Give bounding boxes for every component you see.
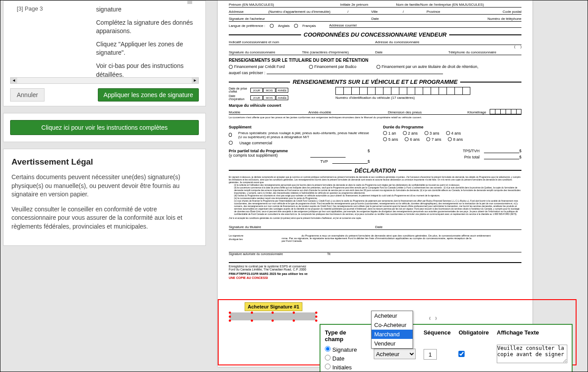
- doc-text: Ford du Canada Limitée, The Canadian Roa…: [229, 268, 521, 271]
- dropdown-item-marchand[interactable]: Marchand: [372, 330, 413, 339]
- field-label: Addresse courriel: [329, 23, 521, 28]
- radio-icon: [403, 131, 407, 135]
- radio-signature[interactable]: Signature: [325, 346, 366, 353]
- option-label: Usage commercial: [239, 141, 272, 145]
- date-cell: JOUR: [250, 88, 263, 93]
- field-label: Indicatif concessionnaire et nom: [229, 40, 375, 44]
- display-text-textarea[interactable]: Veuillez consulter la copie avant de sig…: [497, 345, 567, 363]
- radio-icon: [294, 24, 298, 28]
- section-title: DÉCLARATION: [352, 167, 398, 174]
- radio-icon: [426, 137, 430, 141]
- radio-icon: [446, 131, 450, 135]
- horizontal-scrollbar[interactable]: ◄ ►: [10, 77, 199, 84]
- instructions-block: signature Complétez la signature des don…: [96, 5, 199, 79]
- date-cell: JOUR: [250, 95, 263, 100]
- field-label: Province: [427, 10, 474, 14]
- legal-warning-box: Avertissement Légal Certains documents p…: [3, 149, 206, 246]
- section-title: RENSEIGNEMENTS SUR LE VÉHICULE ET LE PRO…: [290, 79, 460, 85]
- apply-signature-zones-button[interactable]: Appliquer les zones de signature: [98, 88, 199, 101]
- date-cell: MOIS: [263, 88, 275, 93]
- date-cell: ANNÉE: [276, 88, 288, 93]
- sub-header: Supplément: [229, 125, 370, 129]
- radio-icon: [383, 137, 387, 141]
- km-grid: [490, 109, 521, 114]
- vin-grid: [335, 87, 470, 95]
- option-label: Financement par un autre titulaire de dr…: [382, 64, 479, 69]
- scroll-left-icon[interactable]: ◄: [11, 78, 17, 83]
- signature-tooltip: Acheteur Signature #1: [245, 302, 302, 311]
- radio-icon: [376, 65, 380, 69]
- doc-text: FRM-FTRPP23-01FR MARS 2023 Ne pas utilis…: [229, 272, 308, 275]
- field-label: Numéro de téléphone: [424, 17, 521, 21]
- field-label: Date: [375, 225, 521, 229]
- radio-icon: [229, 133, 232, 137]
- dropdown-item-acheteur[interactable]: Acheteur: [372, 311, 413, 320]
- instr-line: Cliquez "Appliquer les zones de signatur…: [96, 40, 199, 57]
- legal-paragraph: Certains documents peuvent nécessiter un…: [11, 173, 197, 199]
- scrollbar-thumb[interactable]: [187, 0, 192, 4]
- declaration-body: En signant ci-dessous, je déclare compre…: [229, 176, 521, 219]
- field-label: Langue de préférence :: [229, 24, 265, 28]
- instr-line: Voir ci-bas pour des instructions détail…: [96, 62, 199, 79]
- field-label: Signature autorisée du concessionnaire: [229, 252, 283, 256]
- radio-icon: [405, 137, 409, 141]
- field-label: Ville: [371, 10, 403, 14]
- field-label: Nom de famille/Nom de l'entreprise (EN M…: [396, 3, 521, 7]
- date-cell: ANNÉE: [276, 95, 288, 100]
- field-label: Date: [326, 17, 424, 21]
- instr-line: Complétez la signature des donnés appara…: [96, 19, 199, 36]
- role-select[interactable]: Acheteur: [374, 349, 416, 359]
- section-title: COORDONNÉES DU CONCESSIONNAIRE VENDEUR: [301, 31, 449, 38]
- doc-text: UNE COPIE AU CONCESSI: [229, 276, 521, 279]
- popup-label: Obligatoire: [458, 329, 489, 336]
- option-label: Anglais: [278, 24, 290, 28]
- field-config-popup: Type de champ Signature Date Initiales A…: [320, 324, 573, 372]
- radio-icon: [383, 131, 387, 135]
- field-label: Modèle: [229, 110, 305, 114]
- page-nav-item[interactable]: [3] Page 3: [17, 5, 43, 12]
- field-label: Numéro d'identification du véhicule (17 …: [335, 96, 470, 100]
- field-label: Adresse du concessionnaire: [375, 40, 521, 44]
- dropdown-item-coacheteur[interactable]: Co-Acheteur: [372, 320, 413, 330]
- date-cell: MOIS: [263, 95, 275, 100]
- option-label: Financement par Crédit Ford: [234, 64, 285, 69]
- sub-header: RENSEIGNEMENTS SUR LE TITULAIRE DU DROIT…: [229, 58, 521, 63]
- option-label: Financement par Budco: [314, 64, 357, 69]
- field-label: Téléphone du concessionnaire: [448, 50, 521, 54]
- cancel-button[interactable]: Annuler: [10, 88, 45, 101]
- field-label: Prénom (EN MAJUSCULES): [229, 3, 313, 7]
- field-label: Code postal: [474, 10, 521, 14]
- popup-label: Type de champ: [325, 329, 366, 342]
- legal-title: Avertissement Légal: [11, 157, 197, 167]
- popup-label: Affichage Texte: [497, 329, 567, 336]
- obligatory-checkbox[interactable]: [458, 351, 465, 357]
- dropdown-item-vendeur[interactable]: Vendeur: [372, 339, 413, 348]
- popup-label: Séquence: [424, 329, 450, 336]
- sequence-input[interactable]: [424, 349, 437, 360]
- sub-header: Durée du Programme: [383, 125, 463, 129]
- instr-line: signature: [96, 5, 199, 14]
- field-label: Initiale 2e prénom: [313, 3, 396, 7]
- radio-icon: [229, 65, 233, 69]
- radio-icon: [424, 131, 428, 135]
- field-label: Année-modèle: [308, 110, 384, 114]
- coverage-note: La couverture n'est offerte que pour les…: [229, 116, 521, 120]
- scroll-right-icon[interactable]: ►: [192, 78, 198, 83]
- field-label: Signature de l'acheteur: [229, 17, 326, 21]
- full-instructions-button[interactable]: Cliquez ici pour voir les instructions c…: [10, 120, 199, 135]
- radio-icon: [270, 24, 274, 28]
- radio-date[interactable]: Date: [325, 355, 366, 362]
- field-label: auquel cas préciser :: [229, 71, 521, 75]
- field-label: Signature du concessionnaire: [229, 50, 302, 54]
- document-viewer[interactable]: Prénom (EN MAJUSCULES) Initiale 2e préno…: [212, 0, 585, 369]
- option-label: Pneus spécialisés: pneus roulage à plat,…: [238, 131, 370, 139]
- radio-initiales[interactable]: Initiales: [325, 364, 366, 371]
- field-label: Addresse: [229, 10, 268, 14]
- legal-paragraph: Veuillez consulter le conseiller en conf…: [11, 205, 197, 231]
- radio-icon: [309, 65, 313, 69]
- option-label: Français: [302, 24, 316, 28]
- field-label: Date de prise d'effet: [229, 87, 249, 93]
- radio-icon: [448, 137, 452, 141]
- field-label: Dimension des pneus: [388, 110, 464, 114]
- field-label: Date d'expiration: [229, 94, 249, 101]
